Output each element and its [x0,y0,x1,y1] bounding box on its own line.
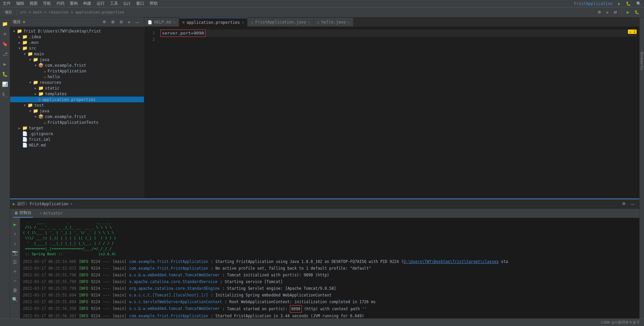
bottom-clear-icon[interactable]: 🗑 [11,286,19,294]
search-everywhere-button[interactable]: 🔍 [636,1,641,6]
menu-tools[interactable]: 工具 [110,1,118,6]
debug-toolbar-button[interactable]: 🐛 [633,9,641,15]
menu-help[interactable]: 帮助 [150,1,158,6]
tree-arrow-package-test: ▼ [33,115,38,118]
bottom-tab-actuator[interactable]: ⚡ Actuator [38,209,64,218]
log-thread-label-7: [main] [112,298,126,305]
tree-item-fristiml[interactable]: 📄 frist.iml [10,137,144,142]
bottom-tab-console[interactable]: 🖥 控制台 [13,209,33,218]
tree-item-application-properties[interactable]: ⚙ application.properties [10,97,144,102]
tree-gear-button[interactable]: ≡ [126,19,132,25]
tree-item-package-test[interactable]: ▼ 📦 com.example.frist [10,114,144,119]
vcs-icon[interactable]: ⎇ [1,50,9,58]
log-class-7[interactable]: w.s.c.ServletWebServerApplicationContext [129,298,222,305]
log-thread-label-8: [main] [112,305,126,313]
tab-close-helpmd[interactable]: ✕ [173,20,175,24]
bottom-settings-button[interactable]: ⚙ [620,201,628,207]
menu-git[interactable]: Git [123,1,131,6]
run-config-label[interactable]: FristApplication [574,1,613,6]
tree-item-java-dir[interactable]: ▼ 📁 java [10,57,144,62]
sync-icon[interactable]: ⇄ [612,9,619,15]
run-icon[interactable]: ▶ [1,60,9,68]
log-class-3[interactable]: o.s.b.w.embedded.tomcat.TomcatWebServer [129,272,220,278]
bottom-minimize-button[interactable]: — [629,201,637,207]
menu-window[interactable]: 窗口 [136,1,144,6]
tree-settings-button[interactable]: ⚙ [101,19,108,25]
bottom-cam-icon[interactable]: 📷 [11,249,19,256]
log-ts-8: 2022-03-17 00:25:56.350 [23,305,76,313]
tab-fristapplication[interactable]: ☕ FristApplication.java ✕ [248,18,314,26]
tree-item-templates[interactable]: ▶ 📁 templates [10,91,144,97]
tree-item-hello[interactable]: ☕ hello [10,74,144,79]
right-sidebar-bookmarks: Bookmarks [639,51,644,71]
settings-icon[interactable]: ⚙ [596,9,603,15]
log-class-1[interactable]: com.example.frist.FristApplication [129,258,208,265]
log-class-4[interactable]: o.apache.catalina.core.StandardService [129,278,217,285]
tree-item-src[interactable]: ▼ 📁 src [10,45,144,51]
log-link-1[interactable]: D:\Users\TWY\Desktop\frist\target\classe… [404,259,499,264]
profiler-icon[interactable]: 📊 [1,80,9,88]
tab-close-app-props[interactable]: ✕ [242,20,244,24]
log-class-2[interactable]: com.example.frist.FristApplication [129,265,208,272]
run-toolbar-button[interactable]: ▶ [625,9,631,15]
tree-item-root[interactable]: ▼ 📁 frist D:\Users\TWY\Desktop\frist [10,28,144,34]
menu-file[interactable]: 文件 [3,1,11,6]
tab-hello[interactable]: ☕ hello.java ✕ [314,18,354,26]
tree-close-button[interactable]: — [133,19,141,25]
tab-application-properties[interactable]: ⚙ application.properties ✕ [179,18,248,26]
run-button[interactable]: ▶ [618,1,621,6]
structure-icon[interactable]: ≡ [604,10,610,15]
bottom-content: . ____ _ __ _ _ /\\ / ___'_ __ _ _(_)_ _… [20,218,639,326]
bottom-down-icon[interactable]: ↓ [11,239,19,247]
menu-view[interactable]: 视图 [30,1,38,6]
bottom-minus-icon[interactable]: − [11,277,19,284]
tree-item-mvn[interactable]: ▶ 📁 .mvn [10,40,144,45]
bottom-run-icon[interactable]: ▶ [11,221,19,228]
log-class-8[interactable]: o.s.b.w.embedded.tomcat.TomcatWebServer [129,305,220,313]
menu-refactor[interactable]: 重构 [70,1,78,6]
menu-build[interactable]: 构建 [83,1,91,6]
log-pid-4: 9224 [91,278,100,285]
menu-navigate[interactable]: 导航 [43,1,51,6]
bottom-list-icon[interactable]: ☰ [11,258,19,266]
log-msg-7: : Root WebApplicationContext: initializa… [225,298,637,305]
bottom-up-icon[interactable]: ↑ [11,230,19,237]
tree-item-helpmd[interactable]: 📄 HELP.md [10,142,144,148]
tab-helpmd[interactable]: 📄 HELP.md ✕ [144,18,179,26]
tree-item-idea[interactable]: ▶ 📁 .idea [10,34,144,40]
debug-button[interactable]: 🐛 [626,1,631,6]
tree-item-test[interactable]: ▼ 📁 test [10,102,144,108]
tree-item-gitignore[interactable]: 📄 .gitignore [10,131,144,137]
run-close-icon[interactable]: ✕ [70,202,72,206]
run-app-name[interactable]: FristApplication [30,202,68,206]
menu-run[interactable]: 运行 [97,1,105,6]
terminal-icon[interactable]: $_ [1,91,9,98]
log-class-9[interactable]: com.example.frist.FristApplication [129,313,208,319]
tree-item-java-test-dir[interactable]: ▼ 📁 java [10,108,144,114]
bottom-add-icon[interactable]: + [11,268,19,275]
log-class-5[interactable]: org.apache.catalina.core.StandardEngine [129,285,220,292]
structure-icon[interactable]: ≡ [1,30,9,38]
tree-item-fristapp[interactable]: ☕ FristApplication [10,68,144,74]
log-class-6[interactable]: o.a.c.c.C.[Tomcat].[localhost].[/] [129,292,208,298]
tree-item-static[interactable]: ▶ 📁 static [10,85,144,91]
tree-item-main[interactable]: ▼ 📁 main [10,51,144,57]
tree-item-resources[interactable]: ▼ 📁 resources [10,79,144,85]
toolbar-project-label[interactable]: 项目 [3,9,14,15]
tree-item-target[interactable]: ▶ 📁 target [10,125,144,131]
project-dropdown-icon[interactable]: ▼ [23,20,25,24]
menu-code[interactable]: 代码 [56,1,64,6]
bookmark-icon[interactable]: 🔖 [1,40,9,48]
tree-item-fristapptests[interactable]: ☕ FristApplicationTests [10,119,144,125]
menu-edit[interactable]: 编辑 [16,1,24,6]
tree-collapse-button[interactable]: ⊟ [118,19,125,25]
tab-close-fristapp[interactable]: ✕ [308,20,310,24]
project-icon[interactable]: 📁 [1,20,9,28]
bottom-search-icon[interactable]: 🔍 [11,296,19,303]
log-sep-5: --- [103,285,110,292]
tree-arrow-java-dir: ▼ [28,58,33,61]
tree-expand-button[interactable]: ⊞ [109,19,116,25]
tree-item-package-main[interactable]: ▼ 📦 com.example.frist [10,62,144,68]
tab-close-hello[interactable]: ✕ [347,20,350,24]
debug-icon-left[interactable]: 🐛 [1,70,9,78]
